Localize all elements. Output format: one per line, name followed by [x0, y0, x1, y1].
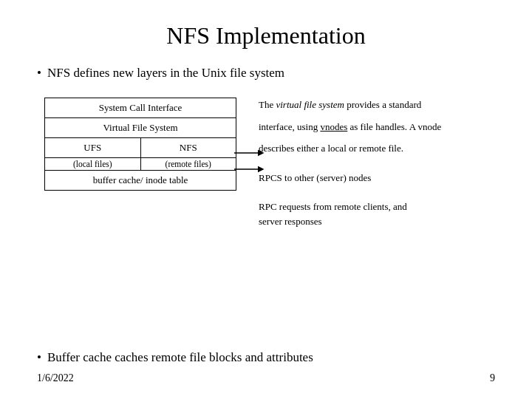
footer: 1/6/2022 9	[37, 365, 495, 384]
bullet-1: • NFS defines new layers in the Unix fil…	[37, 66, 495, 81]
arrow-remote	[234, 164, 267, 174]
text-block-1: The virtual file system provides a stand…	[259, 98, 495, 112]
nfs-diagram: System Call Interface Virtual File Syste…	[44, 98, 236, 191]
text-block-2: interface, using vnodes as file handles.…	[259, 120, 495, 134]
text-block-3: describes either a local or remote file.	[259, 141, 495, 156]
text-area: The virtual file system provides a stand…	[259, 94, 495, 340]
labels-row: (local files) (remote files)	[45, 158, 236, 171]
nfs-cell: NFS	[141, 138, 236, 157]
footer-page: 9	[490, 372, 495, 384]
slide: NFS Implementation • NFS defines new lay…	[0, 0, 532, 399]
rpc-line1: RPC requests from remote clients, and	[259, 201, 407, 212]
remote-files-label: (remote files)	[141, 158, 236, 170]
local-files-label: (local files)	[45, 158, 141, 170]
arrow-nfs	[234, 148, 267, 158]
bullet-1-text: NFS defines new layers in the Unix file …	[47, 66, 284, 81]
rpc-line2: server responses	[259, 216, 322, 227]
diagram-area: System Call Interface Virtual File Syste…	[37, 94, 244, 340]
bullet-2: • Buffer cache caches remote file blocks…	[37, 350, 495, 365]
footer-date: 1/6/2022	[37, 372, 74, 384]
text-virtual-italic: virtual file system	[276, 99, 344, 110]
main-content: System Call Interface Virtual File Syste…	[37, 94, 495, 340]
buffer-cache-row: buffer cache/ inode table	[45, 171, 236, 190]
text-virtual-prefix: The	[259, 99, 276, 110]
bullet-2-text: Buffer cache caches remote file blocks a…	[47, 350, 313, 365]
system-call-row: System Call Interface	[45, 98, 236, 118]
ufs-cell: UFS	[45, 138, 141, 157]
ufs-nfs-row: UFS NFS	[45, 138, 236, 158]
text-block-4: RPCS to other (server) nodes	[259, 171, 495, 185]
text-virtual-suffix: provides a standard	[344, 99, 421, 110]
virtual-file-row: Virtual File System	[45, 118, 236, 138]
bullet-dot-1: •	[37, 66, 41, 81]
text-block-5: RPC requests from remote clients, and se…	[259, 200, 495, 228]
slide-title: NFS Implementation	[37, 22, 495, 50]
vnodes-text: vnodes	[320, 121, 347, 132]
bullet-dot-2: •	[37, 350, 41, 365]
